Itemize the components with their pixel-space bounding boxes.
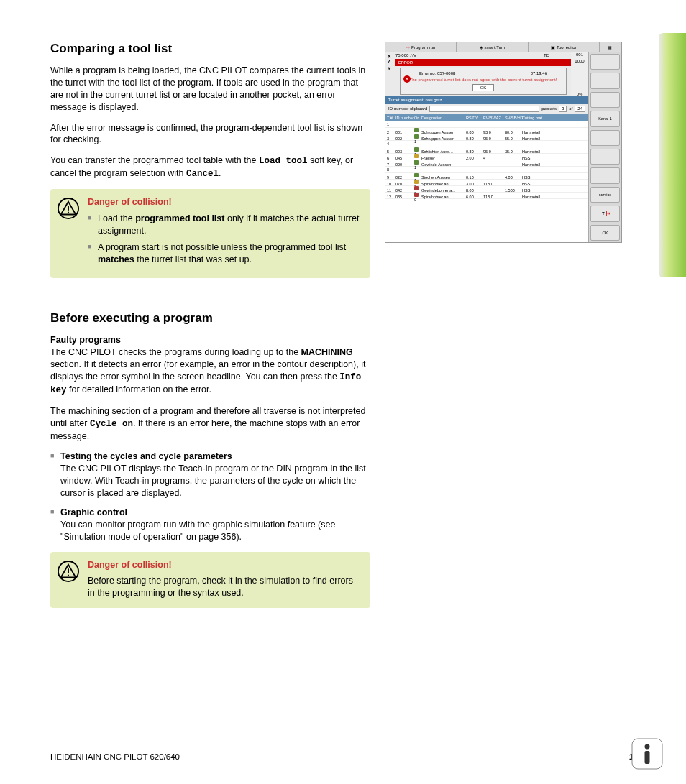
subhead-faulty: Faulty programs: [50, 335, 121, 345]
dialog-ok-button: OK: [472, 84, 494, 91]
clipboard-label: ID-number clipboard: [388, 106, 427, 111]
bullet-testing: Testing the cycles and cycle parametersT…: [50, 451, 370, 499]
table-row: 6045 0Fraeser2.004HSS: [385, 154, 588, 160]
svg-rect-6: [68, 568, 69, 573]
fig-side-button: Kanal 1: [590, 111, 620, 126]
table-row: 11042 0Gewindebohrer a…8.001.500HSS: [385, 186, 588, 193]
para-faulty: Faulty programs The CNC PILOT checks the…: [50, 334, 370, 396]
table-row: 9022 1Stechen Aussen0.104.00HSS: [385, 173, 588, 180]
fig-percent: 0%: [571, 66, 588, 96]
callout-danger-1: Danger of collision! Load the programmed…: [50, 189, 370, 278]
screenshot-figure: ⇨Program run ◈smart.Turn ▣Tool editor ▦ …: [385, 42, 622, 243]
fig-side-button: [590, 73, 620, 88]
svg-rect-2: [68, 206, 69, 211]
fig-side-button: service: [590, 187, 620, 203]
fig-tab-tool-editor: ▣Tool editor: [529, 42, 600, 52]
page-footer: HEIDENHAIN CNC PILOT 620/640 105: [50, 752, 643, 761]
axis-x-value: 75 000 △V: [395, 53, 416, 57]
callout-2-title: Danger of collision!: [88, 559, 360, 571]
footer-left: HEIDENHAIN CNC PILOT 620/640: [50, 752, 180, 761]
table-row: 12035 0Spiralbohrer an…6.00118.0Hartmeta…: [385, 193, 588, 199]
callout-1-item-1: Load the programmed tool list only if it…: [88, 213, 360, 237]
fig-side-button: [590, 54, 620, 70]
callout-1-item-2: A program start is not possible unless t…: [88, 241, 360, 266]
callout-2-body: Before starting the program, check it in…: [88, 575, 360, 599]
heading-comparing: Comparing a tool list: [50, 42, 370, 56]
svg-point-9: [645, 744, 650, 750]
pockets-value: 3: [559, 106, 567, 112]
callout-danger-2: Danger of collision! Before starting the…: [50, 552, 370, 609]
fig-side-button: [590, 92, 620, 108]
cycle-on-key: Cycle on: [90, 419, 133, 429]
para-4: The machining section of a program and t…: [50, 405, 370, 443]
table-row: 7020 1Gewinde AussenHartmetall: [385, 160, 588, 167]
heading-before-exec: Before executing a program: [50, 311, 370, 326]
table-row: 1: [385, 121, 588, 128]
bullet-list: Testing the cycles and cycle parametersT…: [50, 451, 370, 543]
fig-side-button: [590, 130, 620, 146]
turret-assignment-bar: Turret assignment: nau.gmz: [385, 96, 588, 104]
fig-side-button: [590, 149, 620, 165]
fig-tab-smart-turn: ◈smart.Turn: [457, 42, 528, 52]
axis-x-label: X: [388, 54, 395, 59]
clipboard-box: [429, 106, 539, 112]
axis-y-label: Y: [388, 66, 395, 71]
bullet-graphic: Graphic controlYou can monitor program r…: [50, 507, 370, 543]
pockets-of-value: 24: [575, 106, 585, 112]
svg-rect-10: [645, 751, 650, 764]
fig-val-1000: 1000: [571, 59, 588, 66]
error-dialog: ✕ Error no. 057-0008 07:13:46 The progra…: [400, 68, 567, 95]
table-row: 3002 1Schruppen Aussen0.8095.055.0Hartme…: [385, 134, 588, 141]
table-row: 2001 1Schruppen Aussen0.8093.080.0Hartme…: [385, 128, 588, 134]
softkey-load-tool: Load tool: [259, 156, 308, 166]
fig-tab-blank: ▦: [600, 42, 621, 52]
svg-rect-7: [68, 574, 69, 576]
table-row: 5003 1Schlichten Auss…0.8095.035.0Hartme…: [385, 147, 588, 154]
para-1: While a program is being loaded, the CNC…: [50, 65, 370, 114]
table-row: 10070 2Spiralbohrer an…3.00118.0HSS: [385, 180, 588, 186]
fig-side-button: [590, 167, 620, 183]
dialog-error-no: Error no. 057-0008: [419, 71, 455, 76]
info-icon: [631, 738, 663, 770]
warning-icon: [58, 561, 79, 582]
para-3: You can transfer the programmed tool tab…: [50, 155, 370, 180]
fig-side-button: OK: [590, 225, 620, 241]
error-bar: ERROR: [395, 59, 571, 66]
dialog-time: 07:13:46: [531, 71, 547, 76]
softkey-cancel: Cancel: [186, 169, 219, 179]
fig-tab-program-run: ⇨Program run: [385, 42, 457, 52]
warning-icon: [58, 198, 79, 219]
svg-rect-3: [68, 212, 69, 213]
dialog-message: The programmed turret list does not agre…: [405, 78, 562, 83]
fig-side-button: T➜: [590, 206, 620, 221]
callout-1-title: Danger of collision!: [88, 196, 360, 208]
para-2: After the error message is confirmed, th…: [50, 122, 370, 147]
axis-z-label: Z: [388, 59, 395, 64]
tool-table: T #ID numberOrDesignationRS/DVEV/BV/AZSV…: [385, 114, 588, 242]
fig-val-001: 001: [571, 52, 588, 59]
